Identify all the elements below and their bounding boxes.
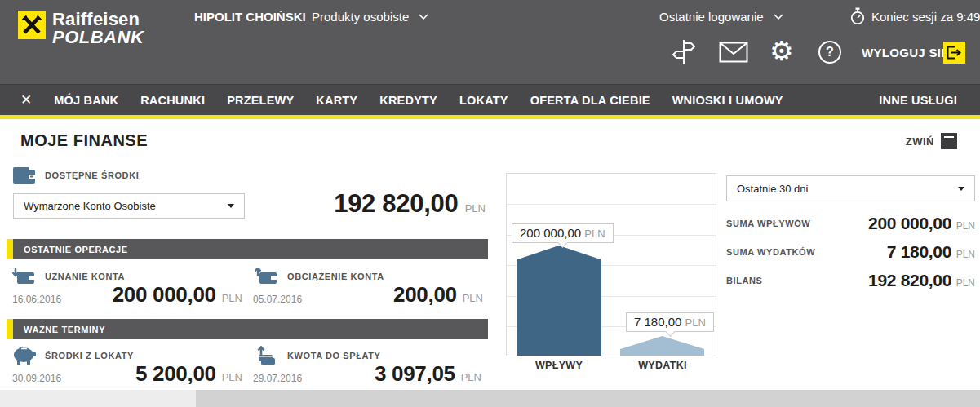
collapse-label: ZWIŃ xyxy=(906,135,934,148)
logout-button[interactable]: WYLOGUJ SIĘ xyxy=(862,46,949,60)
tooltip-amount: 7 180,00 xyxy=(634,315,681,329)
credit-amount: 200 000,00 PLN xyxy=(113,282,242,307)
page-title: MOJE FINANSE xyxy=(20,131,148,150)
important-dates-title: WAŻNE TERMINY xyxy=(24,325,105,334)
currency-label: PLN xyxy=(956,249,975,260)
deposit-date: 30.09.2016 xyxy=(12,373,61,384)
nav-item-karty[interactable]: KARTY xyxy=(316,94,357,107)
amount-value: 192 820,00 xyxy=(334,189,458,218)
top-header: Raiffeisen POLBANK HIPOLIT CHOIŃSKI Prod… xyxy=(0,0,980,84)
debit-wallet-icon xyxy=(255,268,277,285)
help-icon[interactable]: ? xyxy=(818,41,841,64)
recent-operations-header: OSTATNIE OPERACJE xyxy=(7,239,488,259)
gear-icon[interactable]: ⚙ xyxy=(769,38,794,64)
stopwatch-icon xyxy=(849,7,866,25)
main-nav: ✕ MÓJ BANK RACHUNKI PRZELEWY KARTY KREDY… xyxy=(0,84,980,115)
summary-amount: 7 180,00 PLN xyxy=(887,242,975,262)
summary-row-outflows: SUMA WYDATKÓW 7 180,00 PLN xyxy=(726,240,975,264)
credit-date: 16.06.2016 xyxy=(12,294,61,305)
products-menu-label: Produkty osobiste xyxy=(312,10,409,24)
currency-label: PLN xyxy=(465,202,486,215)
account-select-value: Wymarzone Konto Osobiste xyxy=(24,200,156,212)
currency-label: PLN xyxy=(956,277,975,289)
chevron-down-icon xyxy=(419,14,428,20)
last-login-menu[interactable]: Ostatnie logowanie xyxy=(659,10,783,24)
summary-row-inflows: SUMA WPŁYWÓW 200 000,00 PLN xyxy=(726,211,975,236)
summary-amount: 192 820,00 PLN xyxy=(868,271,975,290)
nav-item-moj-bank[interactable]: MÓJ BANK xyxy=(54,94,118,107)
home-cross-icon[interactable]: ✕ xyxy=(20,93,32,107)
collapse-icon xyxy=(941,133,957,149)
credit-label: UZNANIE KONTA xyxy=(45,272,125,281)
yellow-accent xyxy=(7,319,13,339)
available-funds-amount: 192 820,00 PLN xyxy=(334,189,486,219)
amount-value: 200 000,00 xyxy=(113,282,216,307)
period-select-value: Ostatnie 30 dni xyxy=(737,183,808,195)
brand-subname: POLBANK xyxy=(52,29,144,46)
nav-item-wnioski[interactable]: WNIOSKI I UMOWY xyxy=(672,94,783,107)
period-select[interactable]: Ostatnie 30 dni xyxy=(726,175,975,201)
gridline xyxy=(507,204,716,205)
amount-value: 200,00 xyxy=(393,282,457,307)
raiffeisen-cross-icon xyxy=(18,11,46,39)
chevron-down-icon xyxy=(774,14,783,20)
logout-icon[interactable] xyxy=(943,42,965,64)
session-timer: Koniec sesji za 9:49 xyxy=(871,10,980,24)
repayment-icon xyxy=(255,346,277,365)
outflow-bar[interactable] xyxy=(620,336,704,356)
yellow-accent xyxy=(7,239,13,259)
nav-item-kredyty[interactable]: KREDYTY xyxy=(379,94,437,107)
nav-item-lokaty[interactable]: LOKATY xyxy=(459,94,508,107)
amount-value: 7 180,00 xyxy=(887,242,951,261)
my-finances-panel: MOJE FINANSE ZWIŃ DOSTĘPNE ŚRODKI Wymarz… xyxy=(0,119,980,390)
caret-down-icon xyxy=(228,204,234,208)
outflow-axis-label: WYDATKI xyxy=(620,360,705,371)
repayment-label: KWOTA DO SPŁATY xyxy=(287,351,381,361)
summary-row-balance: BILANS 192 820,00 PLN xyxy=(726,268,975,293)
mail-icon[interactable] xyxy=(719,42,748,63)
wallet-icon xyxy=(12,167,37,185)
debit-date: 05.07.2016 xyxy=(253,294,302,305)
currency-label: PLN xyxy=(461,371,481,383)
nav-item-inne-uslugi[interactable]: INNE USŁUGI xyxy=(879,94,957,107)
summary-label: BILANS xyxy=(726,276,763,285)
account-select[interactable]: Wymarzone Konto Osobiste xyxy=(13,193,245,219)
caret-down-icon xyxy=(958,187,964,191)
important-dates-header: WAŻNE TERMINY xyxy=(7,319,488,339)
recent-operations-title: OSTATNIE OPERACJE xyxy=(24,245,128,254)
horizontal-scrollbar xyxy=(0,390,980,407)
products-menu[interactable]: Produkty osobiste xyxy=(312,10,428,24)
signpost-icon[interactable] xyxy=(669,38,698,66)
currency-label: PLN xyxy=(584,228,605,240)
brand-name: Raiffeisen xyxy=(52,11,144,29)
currency-label: PLN xyxy=(685,316,706,329)
inflow-bar[interactable] xyxy=(517,246,601,356)
outflow-tooltip: 7 180,00 PLN xyxy=(626,312,714,332)
summary-label: SUMA WYDATKÓW xyxy=(726,247,815,257)
currency-label: PLN xyxy=(222,292,242,304)
nav-item-rachunki[interactable]: RACHUNKI xyxy=(140,94,205,107)
tooltip-amount: 200 000,00 xyxy=(520,226,581,240)
available-funds-label: DOSTĘPNE ŚRODKI xyxy=(45,170,139,180)
amount-value: 5 200,00 xyxy=(135,361,216,386)
last-login-label: Ostatnie logowanie xyxy=(659,10,764,24)
brand-text: Raiffeisen POLBANK xyxy=(52,11,144,47)
currency-label: PLN xyxy=(463,292,483,304)
currency-label: PLN xyxy=(222,371,242,383)
inflow-tooltip: 200 000,00 PLN xyxy=(512,223,614,243)
nav-item-przelewy[interactable]: PRZELEWY xyxy=(227,94,294,107)
inflow-outflow-chart: 200 000,00 PLN 7 180,00 PLN xyxy=(506,173,716,356)
bank-logo[interactable]: Raiffeisen POLBANK xyxy=(18,11,144,47)
currency-label: PLN xyxy=(956,220,975,232)
scrollbar-thumb[interactable] xyxy=(196,390,980,407)
user-name: HIPOLIT CHOIŃSKI xyxy=(194,10,306,24)
deposit-amount: 5 200,00 PLN xyxy=(135,361,242,387)
debit-amount: 200,00 PLN xyxy=(393,282,483,307)
amount-value: 3 097,05 xyxy=(375,361,455,386)
deposit-label: ŚRODKI Z LOKATY xyxy=(45,351,134,361)
debit-label: OBCIĄŻENIE KONTA xyxy=(287,272,384,281)
nav-item-oferta[interactable]: OFERTA DLA CIEBIE xyxy=(530,94,650,107)
collapse-button[interactable]: ZWIŃ xyxy=(906,133,957,149)
repayment-amount: 3 097,05 PLN xyxy=(375,361,481,387)
amount-value: 200 000,00 xyxy=(868,214,951,232)
